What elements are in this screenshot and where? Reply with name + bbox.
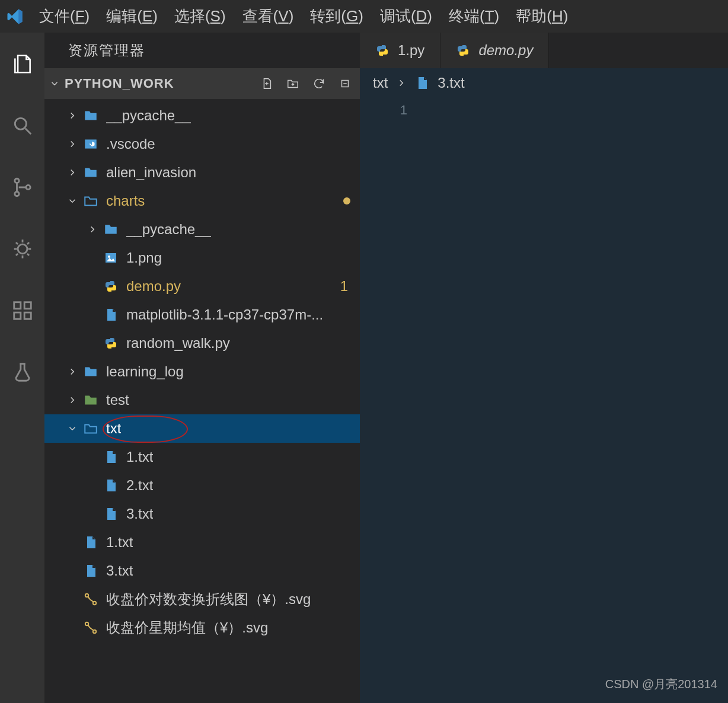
chevron-down-icon	[49, 78, 60, 89]
svg-rect-7	[24, 312, 31, 319]
svg-rect-5	[14, 302, 20, 309]
problem-count: 1	[340, 278, 348, 295]
tree-item-label: 3.txt	[106, 563, 133, 579]
tree-item-label: 1.png	[126, 250, 162, 266]
tree-item-svg2[interactable]: 收盘价星期均值（¥）.svg	[44, 613, 360, 642]
new-folder-icon[interactable]	[286, 77, 299, 90]
menu-help[interactable]: 帮助(H)	[507, 0, 576, 33]
menu-debug[interactable]: 调试(D)	[372, 0, 440, 33]
svg-point-1	[14, 178, 18, 183]
vscode-logo-icon	[6, 8, 24, 25]
file-icon	[103, 506, 119, 522]
svg-icon	[82, 591, 99, 608]
tree-item-charts[interactable]: charts	[44, 187, 360, 215]
python-icon	[456, 43, 470, 57]
tree-item-txt[interactable]: txt	[44, 414, 360, 443]
svg-point-12	[108, 255, 110, 258]
activity-debug-icon[interactable]	[9, 235, 36, 263]
line-number: 1	[395, 103, 407, 118]
chevron-right-icon	[66, 366, 79, 377]
tree-item-llog[interactable]: learning_log	[44, 357, 360, 386]
svg-point-14	[93, 602, 96, 605]
menu-go[interactable]: 转到(G)	[302, 0, 372, 33]
tree-item-label: __pycache__	[106, 107, 191, 124]
activity-extensions-icon[interactable]	[9, 297, 36, 324]
explorer-section-actions	[260, 77, 360, 90]
svg-point-4	[18, 244, 27, 254]
tree-item-3txt-in[interactable]: 3.txt	[44, 500, 360, 528]
tree-item-rwalk[interactable]: random_walk.py	[44, 329, 360, 357]
chevron-down-icon	[66, 423, 79, 434]
tree-item-label: demo.py	[126, 278, 181, 295]
tree-item-vscode[interactable]: .vscode	[44, 130, 360, 158]
file-icon	[103, 477, 119, 494]
svg-icon	[82, 619, 99, 636]
watermark-text: CSDN @月亮201314	[605, 676, 717, 692]
chevron-right-icon	[66, 167, 79, 178]
breadcrumb[interactable]: txt 3.txt	[360, 68, 728, 98]
tree-item-matplotlib[interactable]: matplotlib-3.1.1-cp37-cp37m-...	[44, 301, 360, 329]
collapse-all-icon[interactable]	[339, 77, 352, 90]
svg-rect-6	[14, 312, 20, 319]
menu-view[interactable]: 查看(V)	[234, 0, 302, 33]
svg-point-3	[25, 185, 30, 189]
svg-point-0	[15, 118, 26, 129]
tree-item-test[interactable]: test	[44, 386, 360, 414]
tree-item-1txt-in[interactable]: 1.txt	[44, 443, 360, 471]
file-icon	[103, 449, 119, 465]
tree-item-label: 2.txt	[126, 477, 153, 494]
tree-item-2txt-in[interactable]: 2.txt	[44, 471, 360, 500]
svg-point-13	[85, 594, 88, 597]
activity-search-icon[interactable]	[9, 112, 36, 139]
svg-point-15	[85, 622, 88, 625]
python-icon	[103, 335, 119, 352]
tree-item-label: random_walk.py	[126, 335, 230, 352]
tree-item-3txt[interactable]: 3.txt	[44, 557, 360, 585]
tree-item-label: alien_invasion	[106, 164, 196, 181]
activity-scm-icon[interactable]	[9, 174, 36, 201]
file-tree: __pycache__.vscodealien_invasioncharts__…	[44, 99, 360, 703]
svg-point-16	[93, 630, 96, 633]
file-icon	[82, 563, 99, 579]
main-area: 资源管理器 PYTHON_WORK __pycache__.vscodealie…	[0, 33, 728, 703]
tree-item-1txt[interactable]: 1.txt	[44, 528, 360, 557]
tree-item-svg1[interactable]: 收盘价对数变换折线图（¥）.svg	[44, 585, 360, 613]
tree-item-png[interactable]: 1.png	[44, 244, 360, 272]
explorer-section-header[interactable]: PYTHON_WORK	[44, 68, 360, 99]
tree-item-charts-pyc[interactable]: __pycache__	[44, 215, 360, 244]
svg-point-2	[14, 191, 18, 196]
folder-icon	[82, 107, 99, 124]
svg-rect-8	[24, 302, 31, 309]
menu-edit[interactable]: 编辑(E)	[98, 0, 166, 33]
explorer-sidebar: 资源管理器 PYTHON_WORK __pycache__.vscodealie…	[44, 33, 360, 703]
chevron-right-icon	[66, 139, 79, 149]
activity-explorer-icon[interactable]	[9, 50, 36, 78]
editor-tabs: 1.pydemo.py	[360, 33, 728, 68]
menu-selection[interactable]: 选择(S)	[166, 0, 234, 33]
tree-item-demo[interactable]: demo.py1	[44, 272, 360, 301]
menu-terminal[interactable]: 终端(T)	[440, 0, 507, 33]
tree-item-label: test	[106, 392, 129, 408]
tree-item-alien[interactable]: alien_invasion	[44, 158, 360, 187]
editor-tab-t2[interactable]: demo.py	[440, 33, 549, 68]
tab-label: 1.py	[398, 42, 424, 59]
modified-dot-icon	[343, 197, 350, 204]
tree-item-label: charts	[106, 193, 145, 209]
chevron-right-icon	[86, 224, 99, 235]
activity-test-icon[interactable]	[9, 359, 36, 386]
folder-green-icon	[82, 392, 99, 408]
menu-file[interactable]: 文件(F)	[31, 0, 98, 33]
python-icon	[375, 43, 389, 57]
tree-item-pycache[interactable]: __pycache__	[44, 101, 360, 130]
chevron-down-icon	[66, 196, 79, 206]
tree-item-label: 收盘价星期均值（¥）.svg	[106, 618, 268, 637]
new-file-icon[interactable]	[260, 77, 273, 90]
refresh-icon[interactable]	[312, 77, 325, 90]
tree-item-label: .vscode	[106, 136, 155, 152]
explorer-section-label: PYTHON_WORK	[65, 76, 174, 91]
editor-area: 1.pydemo.py txt 3.txt 1	[360, 33, 728, 703]
vscode-folder-icon	[82, 136, 99, 152]
editor-tab-t1[interactable]: 1.py	[360, 33, 440, 68]
file-icon	[82, 534, 99, 551]
chevron-right-icon	[66, 395, 79, 405]
